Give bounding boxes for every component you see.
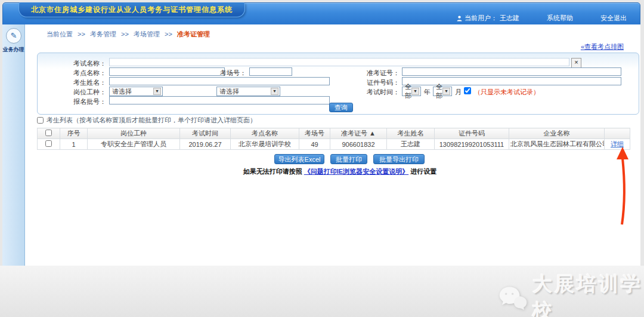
breadcrumb-current-page: 准考证管理 [177, 30, 210, 38]
batch-print-button[interactable]: 批量打印 [330, 154, 367, 164]
breadcrumb-location-label: 当前位置 [47, 30, 73, 38]
select-all-checkbox[interactable] [45, 130, 52, 136]
col-exam-site[interactable]: 考点名称 [231, 128, 299, 139]
exam-time-label: 考试时间： [358, 88, 400, 97]
top-banner: 北京市住房城乡建设行业从业人员考务与证书管理信息系统 当前用户： 王志建 系统帮… [2, 2, 640, 25]
watermark: 大展培训学校 [499, 271, 644, 317]
col-exam-date[interactable]: 考试时间 [180, 128, 231, 139]
exam-month-select-value: 全部 [436, 82, 442, 100]
candidate-list-note: 考生列表（按考试名称置顶后才能批量打印，单个打印请进入详细页面） [47, 116, 256, 125]
cell-exam-date: 2019.06.27 [180, 139, 231, 150]
breadcrumb-separator: >> [121, 30, 129, 38]
exam-month-select[interactable]: 全部 ▼ [433, 87, 452, 96]
col-ticket-no-label: 准考证号 [341, 130, 367, 137]
only-untested-checkbox[interactable] [464, 87, 471, 94]
chevron-down-icon: ▼ [411, 88, 419, 95]
cell-ticket-no: 906601832 [330, 139, 387, 150]
export-excel-button[interactable]: 导出列表Excel [274, 154, 324, 164]
application-window: 北京市住房城乡建设行业从业人员考务与证书管理信息系统 当前用户： 王志建 系统帮… [0, 0, 644, 317]
chevron-down-icon: ▼ [153, 88, 161, 95]
current-user: 当前用户： 王志建 [457, 14, 519, 23]
topbar-menu: 当前用户： 王志建 系统帮助 安全退出 [457, 14, 627, 23]
query-button[interactable]: 查询 [329, 103, 353, 112]
cell-seq: 1 [60, 139, 88, 150]
candidate-name-input[interactable] [109, 77, 330, 85]
exam-name-label: 考试名称： [64, 59, 106, 68]
sort-asc-icon: ▲ [369, 130, 376, 137]
col-ticket-no[interactable]: 准考证号 ▲ [330, 128, 387, 139]
col-job-type[interactable]: 岗位工种 [88, 128, 180, 139]
cell-job-type: 专职安全生产管理人员 [88, 139, 180, 150]
cell-id-number: 130982199201053111 [435, 139, 509, 150]
only-untested-note: （只显示未考试记录） [474, 88, 540, 97]
annotation-arrow-up-icon [612, 147, 633, 226]
batch-no-input[interactable] [109, 96, 330, 104]
breadcrumb-item-exam-site[interactable]: 考场管理 [134, 30, 160, 38]
print-note-suffix: 进行设置 [410, 168, 436, 175]
row-checkbox[interactable] [45, 140, 52, 147]
watermark-text: 大展培训学校 [532, 271, 644, 317]
user-icon [457, 16, 462, 21]
job-type-label: 岗位工种： [64, 88, 106, 97]
exam-name-input[interactable] [109, 58, 569, 66]
ticket-no-label: 准考证号： [358, 69, 400, 78]
exam-site-label: 考点名称： [64, 69, 106, 78]
logout-link[interactable]: 安全退出 [600, 14, 627, 23]
id-number-input[interactable] [402, 77, 621, 85]
candidate-name-label: 考生姓名： [64, 78, 106, 87]
candidate-table: 序号 岗位工种 考试时间 考点名称 考场号 准考证号 ▲ 考生姓名 证件号码 企… [37, 128, 630, 150]
cell-company: 北京凯风晨生态园林工程有限公司 [509, 139, 605, 150]
col-candidate-name[interactable]: 考生姓名 [387, 128, 435, 139]
cell-candidate-name: 王志建 [387, 139, 435, 150]
breadcrumb-separator: >> [165, 30, 172, 38]
business-handling-icon[interactable]: ✎ [6, 28, 21, 44]
sidebar: ✎ 业务办理 [2, 24, 25, 266]
breadcrumb-separator: >> [78, 30, 85, 38]
header-checkbox-cell [38, 128, 60, 139]
room-no-label: 考场号： [206, 69, 246, 78]
print-settings-link[interactable]: 《问题打印IE浏览器安全设置说明》 [304, 168, 408, 175]
print-note-prefix: 如果无法打印请按照 [243, 168, 302, 175]
clear-button[interactable]: × [571, 58, 581, 68]
chevron-down-icon: ▼ [442, 88, 450, 95]
chat-bubbles-logo-icon [499, 283, 528, 313]
ticket-no-input[interactable] [402, 67, 621, 76]
table-header-row: 序号 岗位工种 考试时间 考点名称 考场号 准考证号 ▲ 考生姓名 证件号码 企… [38, 128, 630, 139]
current-user-label: 当前用户： [465, 14, 497, 23]
cell-exam-site: 北京华晟培训学校 [231, 139, 299, 150]
breadcrumb-item-exam-affairs[interactable]: 考务管理 [90, 30, 116, 38]
job-subtype-select-value: 请选择 [219, 87, 239, 96]
year-suffix-label: 年 [424, 88, 431, 97]
col-room-no[interactable]: 考场号 [299, 128, 330, 139]
job-type-select[interactable]: 请选择 ▼ [109, 87, 163, 96]
chevron-down-icon: ▼ [271, 88, 278, 95]
batch-no-label: 报名批号： [64, 97, 106, 106]
breadcrumb: 当前位置 >> 考务管理 >> 考场管理 >> 准考证管理 [47, 30, 210, 39]
job-subtype-select[interactable]: 请选择 ▼ [216, 87, 280, 96]
row-checkbox-cell [38, 139, 60, 150]
print-help-note: 如果无法打印请按照 《问题打印IE浏览器安全设置说明》 进行设置 [179, 167, 501, 176]
col-actions [605, 128, 630, 139]
exam-year-select[interactable]: 全部 ▼ [402, 87, 421, 96]
app-title: 北京市住房城乡建设行业从业人员考务与证书管理信息系统 [18, 2, 245, 17]
table-row: 1 专职安全生产管理人员 2019.06.27 北京华晟培训学校 49 9066… [38, 139, 630, 150]
room-no-input[interactable] [249, 67, 292, 76]
view-seating-chart-link[interactable]: «查看考点排图 [581, 42, 624, 51]
exam-year-select-value: 全部 [405, 82, 411, 100]
job-type-select-value: 请选择 [112, 87, 132, 96]
select-all-top-checkbox[interactable] [37, 117, 44, 124]
candidate-list-header: 考生列表（按考试名称置顶后才能批量打印，单个打印请进入详细页面） [37, 116, 256, 125]
month-suffix-label: 月 [455, 88, 462, 97]
sidebar-item-business[interactable]: 业务办理 [2, 46, 24, 54]
id-number-label: 证件号码： [358, 78, 400, 87]
cell-room-no: 49 [299, 139, 330, 150]
system-help-link[interactable]: 系统帮助 [547, 14, 573, 23]
col-seq[interactable]: 序号 [60, 128, 88, 139]
current-user-name: 王志建 [500, 14, 519, 23]
batch-export-print-button[interactable]: 批量导出打印 [373, 154, 425, 164]
col-company[interactable]: 企业名称 [509, 128, 605, 139]
col-id-number[interactable]: 证件号码 [435, 128, 509, 139]
